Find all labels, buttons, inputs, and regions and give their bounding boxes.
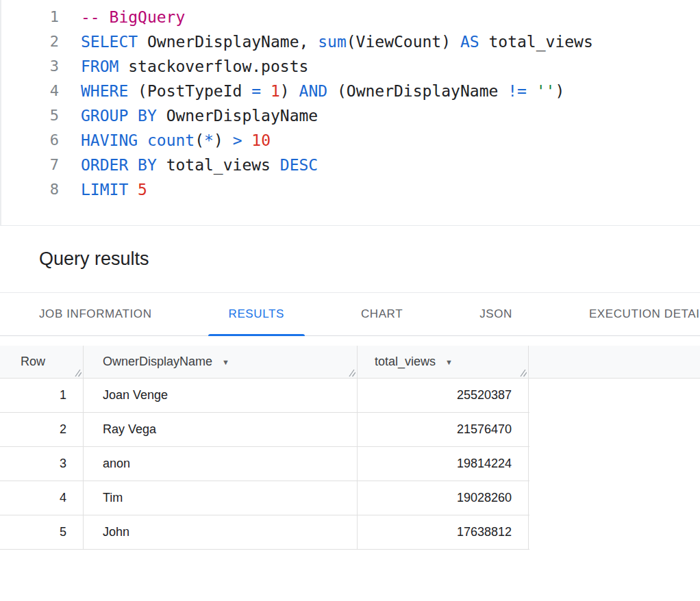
- query-results-title: Query results: [39, 248, 149, 270]
- line-number: 3: [1, 54, 59, 79]
- line-number: 5: [1, 103, 59, 128]
- table-body: 1Joan Venge255203872Ray Vega215764703ano…: [0, 379, 700, 550]
- resize-grip-icon: [73, 369, 82, 377]
- tab-job-information[interactable]: JOB INFORMATION: [18, 293, 173, 335]
- cell-owner-display-name: Joan Venge: [84, 379, 358, 412]
- tab-execution-details[interactable]: EXECUTION DETAILS: [568, 293, 700, 335]
- tab-label: JOB INFORMATION: [39, 307, 152, 321]
- code-line: 7ORDER BY total_views DESC: [1, 153, 700, 177]
- sort-dropdown-icon[interactable]: ▼: [445, 358, 453, 366]
- table-row: 5John17638812: [0, 515, 529, 550]
- results-tabbar: JOB INFORMATIONRESULTSCHARTJSONEXECUTION…: [0, 293, 700, 336]
- code-text: FROM stackoverflow.posts: [81, 54, 308, 79]
- code-line: 5GROUP BY OwnerDisplayName: [1, 103, 700, 128]
- tab-results[interactable]: RESULTS: [208, 293, 305, 335]
- code-text: -- BigQuery: [81, 5, 185, 29]
- active-tab-indicator: [208, 334, 305, 336]
- column-header-ownerdisplayname[interactable]: OwnerDisplayName ▼: [84, 346, 358, 378]
- code-text: LIMIT 5: [81, 177, 147, 202]
- cell-total-views: 19814224: [358, 447, 529, 481]
- results-table: Row OwnerDisplayName ▼: [0, 346, 700, 550]
- cell-row-number: 5: [0, 515, 84, 549]
- cell-total-views: 21576470: [358, 413, 529, 446]
- table-row: 4Tim19028260: [0, 481, 529, 515]
- code-text: HAVING count(*) > 10: [81, 128, 271, 153]
- cell-owner-display-name: anon: [84, 447, 358, 481]
- cell-total-views: 19028260: [358, 481, 529, 515]
- tab-label: EXECUTION DETAILS: [589, 307, 700, 321]
- line-number: 4: [1, 79, 59, 103]
- tab-label: RESULTS: [229, 307, 284, 321]
- sql-editor[interactable]: 1-- BigQuery2SELECT OwnerDisplayName, su…: [0, 0, 700, 226]
- code-text: WHERE (PostTypeId = 1) AND (OwnerDisplay…: [81, 79, 564, 103]
- table-row: 1Joan Venge25520387: [0, 379, 529, 413]
- cell-row-number: 3: [0, 447, 84, 481]
- cell-total-views: 25520387: [358, 379, 529, 412]
- code-line: 8LIMIT 5: [1, 177, 700, 202]
- table-row: 2Ray Vega21576470: [0, 413, 529, 447]
- column-resize-handle[interactable]: [347, 369, 355, 377]
- column-label-row: Row: [21, 355, 45, 369]
- table-row: 3anon19814224: [0, 447, 529, 481]
- sort-dropdown-icon[interactable]: ▼: [222, 358, 229, 366]
- column-resize-handle[interactable]: [73, 369, 82, 377]
- resize-grip-icon: [347, 369, 355, 377]
- column-header-total-views[interactable]: total_views ▼: [358, 346, 529, 378]
- column-label-total-views: total_views: [375, 355, 436, 369]
- code-line: 4WHERE (PostTypeId = 1) AND (OwnerDispla…: [1, 79, 700, 103]
- code-line: 1-- BigQuery: [1, 5, 700, 29]
- cell-owner-display-name: John: [84, 515, 358, 549]
- code-line: 2SELECT OwnerDisplayName, sum(ViewCount)…: [1, 29, 700, 54]
- tab-label: CHART: [361, 307, 403, 321]
- tab-chart[interactable]: CHART: [340, 293, 423, 335]
- code-text: GROUP BY OwnerDisplayName: [81, 103, 318, 128]
- resize-grip-icon: [518, 369, 527, 377]
- code-line: 6HAVING count(*) > 10: [1, 128, 700, 153]
- column-label-ownerdisplayname: OwnerDisplayName: [103, 355, 212, 369]
- code-line: 3FROM stackoverflow.posts: [1, 54, 700, 79]
- line-number: 8: [1, 177, 59, 202]
- code-text: SELECT OwnerDisplayName, sum(ViewCount) …: [81, 29, 593, 54]
- code-text: ORDER BY total_views DESC: [81, 153, 318, 177]
- cell-owner-display-name: Tim: [84, 481, 358, 515]
- cell-row-number: 1: [0, 379, 84, 412]
- header-filler: [529, 346, 700, 378]
- line-number: 1: [1, 5, 59, 29]
- column-resize-handle[interactable]: [518, 369, 527, 377]
- cell-row-number: 4: [0, 481, 84, 515]
- line-number: 6: [1, 128, 59, 153]
- column-header-row[interactable]: Row: [0, 346, 84, 378]
- cell-row-number: 2: [0, 413, 84, 446]
- cell-total-views: 17638812: [358, 515, 529, 549]
- query-results-header: Query results: [0, 226, 700, 293]
- tab-label: JSON: [479, 307, 512, 321]
- table-header: Row OwnerDisplayName ▼: [0, 346, 700, 379]
- bigquery-results-panel: 1-- BigQuery2SELECT OwnerDisplayName, su…: [0, 0, 700, 601]
- tab-json[interactable]: JSON: [459, 293, 533, 335]
- line-number: 7: [1, 153, 59, 177]
- cell-owner-display-name: Ray Vega: [84, 413, 358, 446]
- line-number: 2: [1, 29, 59, 54]
